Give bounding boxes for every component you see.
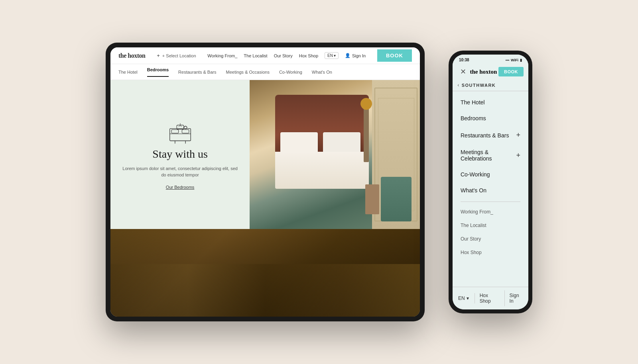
phone-device: 10:38 ▪▪▪ WiFi ▮ ✕ the hoxton BOOK ‹ SOU…	[449, 51, 532, 313]
menu-item-label: Restaurants & Bars	[461, 132, 509, 139]
working-from-link[interactable]: Working From_	[207, 53, 237, 58]
user-icon: 👤	[345, 53, 351, 58]
nav-the-hotel[interactable]: The Hotel	[118, 70, 138, 74]
menu-item-co-working[interactable]: Co-Working	[453, 166, 528, 182]
wifi-icon: WiFi	[511, 58, 518, 62]
nav-whats-on[interactable]: What's On	[312, 70, 332, 74]
secondary-hox-shop[interactable]: Hox Shop	[453, 246, 528, 259]
menu-item-label: Co-Working	[461, 171, 490, 178]
secondary-the-localist[interactable]: The Localist	[453, 219, 528, 232]
menu-item-meetings-celebrations[interactable]: Meetings & Celebrations +	[453, 144, 528, 166]
tablet-hero-left: Stay with us Lorem ipsum dolor sit amet,…	[110, 80, 250, 229]
our-story-link[interactable]: Our Story	[274, 53, 293, 58]
svg-rect-1	[171, 129, 179, 133]
the-localist-link[interactable]: The Localist	[244, 53, 267, 58]
svg-rect-2	[182, 129, 189, 133]
menu-item-label: Meetings & Celebrations	[461, 149, 516, 162]
tablet-device: the hoxton + + Select Location Working F…	[106, 43, 425, 321]
back-arrow-icon[interactable]: ‹	[457, 82, 459, 88]
nav-co-working[interactable]: Co-Working	[279, 70, 302, 74]
phone-bottom-bar: EN ▾ Hox Shop Sign In	[453, 287, 528, 309]
tablet-location-selector[interactable]: + + Select Location	[157, 53, 196, 59]
tablet-content: Stay with us Lorem ipsum dolor sit amet,…	[110, 80, 420, 229]
chevron-down-icon: ▾	[467, 296, 469, 301]
expand-icon: +	[516, 131, 520, 139]
our-bedrooms-link[interactable]: Our Bedrooms	[166, 185, 195, 190]
hero-description: Lorem ipsum dolor sit amet, consectetur …	[122, 165, 238, 178]
phone-book-button[interactable]: BOOK	[498, 67, 524, 76]
menu-item-whats-on[interactable]: What's On	[453, 182, 528, 198]
sign-in-button[interactable]: 👤 Sign In	[345, 53, 366, 58]
select-location-label: + Select Location	[162, 53, 196, 58]
menu-item-label: What's On	[461, 187, 486, 194]
phone-logo: the hoxton	[470, 68, 497, 75]
chevron-down-icon: ▾	[334, 53, 336, 58]
tablet-topbar-right: Working From_ The Localist Our Story Hox…	[207, 52, 366, 59]
signal-icon: ▪▪▪	[506, 58, 510, 62]
battery-icon: ▮	[520, 58, 522, 62]
menu-divider	[461, 202, 520, 202]
menu-item-bedrooms[interactable]: Bedrooms	[453, 110, 528, 126]
tablet-nav: The Hotel Bedrooms Restaurants & Bars Me…	[110, 64, 420, 80]
main-scene: the hoxton + + Select Location Working F…	[0, 0, 638, 364]
menu-item-label: The Hotel	[461, 99, 485, 106]
tablet-topbar: the hoxton + + Select Location Working F…	[110, 47, 420, 64]
menu-item-label: Bedrooms	[461, 115, 486, 121]
tablet-hero-right	[250, 80, 420, 229]
hero-heading: Stay with us	[152, 148, 207, 160]
phone-location: SOUTHWARK	[462, 83, 496, 88]
menu-item-restaurants-bars[interactable]: Restaurants & Bars +	[453, 126, 528, 144]
tablet-logo: the hoxton	[118, 52, 145, 59]
tablet-screen: the hoxton + + Select Location Working F…	[110, 47, 420, 317]
nav-restaurants-bars[interactable]: Restaurants & Bars	[178, 70, 216, 74]
phone-location-bar: ‹ SOUTHWARK	[453, 80, 528, 91]
secondary-our-story[interactable]: Our Story	[453, 232, 528, 246]
language-label: EN	[327, 53, 333, 58]
expand-icon: +	[516, 151, 520, 160]
close-button[interactable]: ✕	[457, 66, 469, 77]
phone-time: 10:38	[459, 58, 469, 62]
tablet-bottom-image	[110, 229, 420, 317]
phone-hox-shop-link[interactable]: Hox Shop	[475, 290, 505, 306]
hox-shop-link[interactable]: Hox Shop	[299, 53, 318, 58]
phone-language-selector[interactable]: EN ▾	[453, 293, 475, 303]
phone-status-bar: 10:38 ▪▪▪ WiFi ▮	[453, 55, 528, 64]
plus-icon: +	[157, 53, 160, 59]
book-button[interactable]: BOOK	[377, 49, 412, 62]
phone-sign-in-button[interactable]: Sign In	[505, 290, 528, 306]
phone-header: ✕ the hoxton BOOK	[453, 64, 528, 80]
nav-bedrooms[interactable]: Bedrooms	[147, 67, 169, 77]
language-selector[interactable]: EN ▾	[325, 52, 339, 59]
phone-screen: 10:38 ▪▪▪ WiFi ▮ ✕ the hoxton BOOK ‹ SOU…	[453, 55, 528, 309]
nav-meetings-occasions[interactable]: Meetings & Occasions	[226, 70, 269, 74]
phone-status-icons: ▪▪▪ WiFi ▮	[506, 58, 522, 62]
menu-item-the-hotel[interactable]: The Hotel	[453, 94, 528, 110]
secondary-working-from[interactable]: Working From_	[453, 205, 528, 219]
phone-lang-label: EN	[458, 296, 465, 301]
svg-rect-0	[169, 128, 191, 141]
sign-in-label: Sign In	[352, 53, 366, 58]
phone-menu: The Hotel Bedrooms Restaurants & Bars + …	[453, 91, 528, 287]
bedrooms-illustration	[166, 120, 194, 148]
